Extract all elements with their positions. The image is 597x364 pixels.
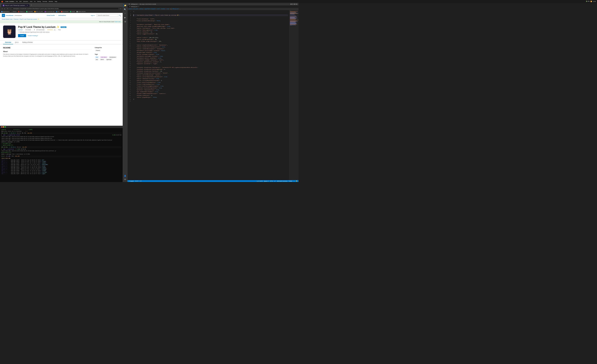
install-button[interactable]: Install xyxy=(18,34,26,37)
breadcrumb-library[interactable]: Library xyxy=(140,8,143,9)
file-owner: neb_401 staff xyxy=(11,172,19,173)
code-line-1: { xyxy=(134,11,288,12)
search-icon[interactable]: 🔍 xyxy=(119,15,121,16)
tab-overview[interactable]: Overview xyxy=(3,41,13,44)
nav-vscode[interactable]: Visual Studio xyxy=(47,15,55,16)
ln-26: 26 xyxy=(127,57,131,59)
search-input[interactable] xyxy=(96,14,118,17)
bookmark-iex[interactable]: iex-luxcium-api xyxy=(44,11,55,12)
bookmark-travis[interactable]: Travis CI xyxy=(18,11,25,12)
bookmark-github[interactable]: GitHub xyxy=(11,11,17,12)
bookmark-questrade[interactable]: Questrade xyxy=(61,11,69,12)
get-it-now-link[interactable]: Get it now. xyxy=(115,21,121,22)
layout-icon4[interactable]: ⊟ xyxy=(296,3,297,5)
code-line-40: "files.trimFinalNewlines": true, xyxy=(134,83,288,85)
bookmark-autres[interactable]: Autres favoris xyxy=(76,11,86,12)
tab-close-button[interactable]: ✕ xyxy=(27,5,28,6)
breadcrumb-settings[interactable]: settings.json xyxy=(172,8,179,9)
bookmark-api[interactable]: API 1.0 | IEX xyxy=(34,11,43,12)
minimize-dot[interactable] xyxy=(3,126,4,127)
file-name: .cpan/ xyxy=(42,173,46,175)
status-line3: 2.6.2 ⎇ 1.93 74% neb_401 xyxy=(1,155,121,157)
breadcrumb-user2[interactable]: User xyxy=(167,8,169,9)
extensions-icon[interactable]: ⊞ xyxy=(123,20,127,23)
search-activity-icon[interactable]: 🔍 xyxy=(123,8,127,11)
tag-blue[interactable]: blue xyxy=(95,56,99,58)
menu-terminal[interactable]: Terminal xyxy=(42,1,47,2)
settings-activity-icon[interactable]: ⚙ xyxy=(123,178,127,181)
account-icon[interactable]: 👤 xyxy=(123,174,127,178)
about-section: About This theme is based on the design … xyxy=(3,51,92,57)
formatter-indicator[interactable]: Prettier xyxy=(289,181,292,182)
line-ending-indicator[interactable]: LF xyxy=(274,181,275,182)
ln-8: 8 xyxy=(127,24,131,25)
file-arrow: ➜ xyxy=(40,164,41,166)
downloads-icon: ⬇ xyxy=(34,29,35,31)
position-indicator[interactable]: Ln 3, Col 60 xyxy=(257,181,263,182)
home-button[interactable]: ⌂ xyxy=(9,8,11,10)
tab-close[interactable]: ✕ xyxy=(138,6,139,7)
trouble-link[interactable]: Trouble Installing? xyxy=(28,35,38,36)
reload-button[interactable]: ↻ xyxy=(7,8,9,10)
tag-typescript[interactable]: typescript xyxy=(106,59,112,60)
ext-name: Pop N' Lock Theme by Luxcium ✨ xyxy=(18,26,59,28)
new-tab-button[interactable]: + xyxy=(30,3,33,7)
tag-pop[interactable]: pop xyxy=(95,59,99,60)
breadcrumb-user[interactable]: neb_401 xyxy=(134,8,138,9)
bookmark-coveralls[interactable]: Coveralls xyxy=(26,11,33,12)
explorer-icon[interactable]: 📁 xyxy=(123,4,127,7)
star-button[interactable]: ☆ xyxy=(119,8,122,10)
menu-debug[interactable]: Debug xyxy=(37,1,41,2)
errors-indicator[interactable]: ⊗ ⊗ 0 xyxy=(135,181,138,182)
tag-color-theme[interactable]: color-theme xyxy=(100,56,108,58)
layout-icon3[interactable]: ⊞ xyxy=(294,3,295,5)
branch-indicator[interactable]: ⎇ master* xyxy=(129,181,134,182)
warnings-indicator[interactable]: ⚠ 0 xyxy=(140,181,141,182)
menu-go[interactable]: Go xyxy=(34,1,36,2)
menu-window[interactable]: Window xyxy=(49,1,53,2)
language-indicator[interactable]: JSON with Comments xyxy=(277,181,287,182)
tag-theme[interactable]: theme xyxy=(100,59,104,60)
bookmark-favicon xyxy=(70,11,71,12)
nav-marketplace[interactable]: Marketplace xyxy=(58,15,66,16)
breadcrumb-code-insiders[interactable]: Code - Insiders xyxy=(157,8,165,9)
apple-menu[interactable]: 🍎 xyxy=(1,1,3,2)
menu-view[interactable]: View xyxy=(30,1,32,2)
bell-icon[interactable]: 🔔 xyxy=(296,181,297,182)
code-editor[interactable]: { "workbench.colorTheme": "Pop N' Lock T… xyxy=(132,10,289,180)
breadcrumb-users[interactable]: Users xyxy=(129,8,132,9)
layout-icon2[interactable]: ⊡ xyxy=(292,3,293,5)
menu-help[interactable]: Help xyxy=(55,1,57,2)
menu-file[interactable]: File xyxy=(16,1,18,2)
settings-tab[interactable]: ⚙ settings.json ✕ xyxy=(127,5,141,8)
tag-development[interactable]: development xyxy=(109,56,117,58)
code-line-28: "explorer.openEditors.visible": 5, xyxy=(134,61,288,63)
bookmark-applications[interactable]: Applications xyxy=(1,11,10,12)
encoding-indicator[interactable]: UTF-8 xyxy=(270,181,273,182)
ln-39: 39 xyxy=(127,81,131,83)
tab-rating[interactable]: Rating & Review xyxy=(21,41,35,44)
spaces-indicator[interactable]: Spaces: 2 xyxy=(264,181,269,182)
sign-in-link[interactable]: Sign in xyxy=(91,15,95,16)
browser-tab-active[interactable]: Pop N' Lock Theme by Luxcium... ✕ xyxy=(1,4,30,7)
source-control-icon[interactable]: ⑂ xyxy=(123,12,127,15)
bookmark-guide[interactable]: Guide xyxy=(70,11,75,12)
category-themes[interactable]: Themes xyxy=(95,50,101,51)
maximize-dot[interactable] xyxy=(5,126,6,127)
vs-text: VisualStudio xyxy=(6,15,13,16)
tab-qa[interactable]: Q & A xyxy=(13,41,21,44)
extension-readme: README About This theme is based on the … xyxy=(3,47,92,63)
layout-icon1[interactable]: ⊞ xyxy=(291,3,292,5)
tags-section: Tags blue color-theme development pop th… xyxy=(95,54,119,61)
address-bar[interactable]: marketplace.visualstudio.com/items?itemN… xyxy=(12,8,119,10)
back-button[interactable]: ◀ xyxy=(1,8,3,10)
bookmark-api2[interactable]: API xyxy=(56,11,60,12)
feedback-icon[interactable]: ☺ xyxy=(293,181,295,182)
close-dot[interactable] xyxy=(1,126,2,127)
menu-edit[interactable]: Edit xyxy=(19,1,22,2)
debug-icon[interactable]: ▶ xyxy=(123,16,127,19)
forward-button[interactable]: ▶ xyxy=(4,8,6,10)
file-name: .cache/ xyxy=(42,167,46,169)
breadcrumb-app-support[interactable]: Application Support xyxy=(145,8,156,9)
menu-selection[interactable]: Selection xyxy=(23,1,28,2)
